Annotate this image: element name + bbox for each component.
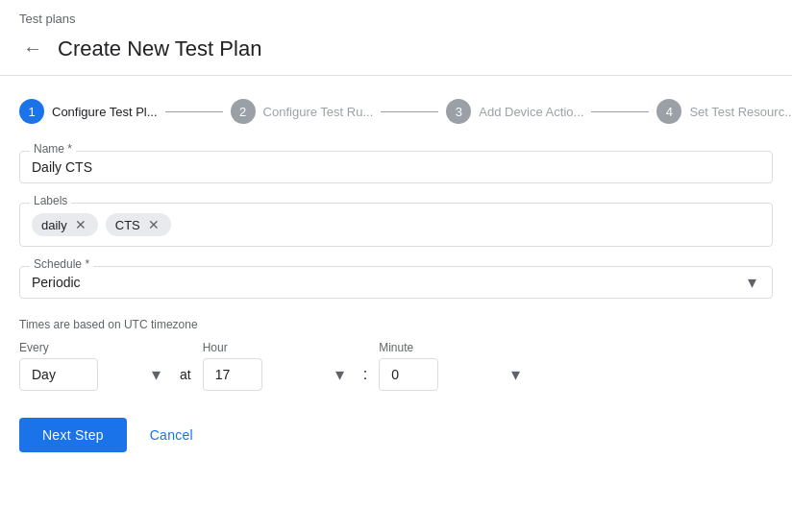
step-2-label: Configure Test Ru... — [263, 105, 374, 119]
name-input[interactable] — [32, 159, 760, 175]
chip-cts-close[interactable]: ✕ — [146, 217, 161, 232]
schedule-select-container: Periodic Once Continuous ▾ — [32, 275, 760, 290]
stepper: 1 Configure Test Pl... 2 Configure Test … — [19, 99, 773, 124]
step-3-label: Add Device Actio... — [479, 105, 583, 119]
breadcrumb: Test plans — [19, 12, 773, 26]
minute-dropdown-icon: ▾ — [511, 364, 520, 385]
step-3-circle: 3 — [446, 99, 471, 124]
chip-daily: daily ✕ — [32, 213, 98, 236]
timezone-note: Times are based on UTC timezone — [19, 318, 773, 331]
name-field-label: Name — [30, 142, 76, 156]
step-3: 3 Add Device Actio... — [446, 99, 583, 124]
hour-label: Hour — [203, 341, 352, 354]
name-field-group: Name — [19, 151, 773, 183]
chip-daily-text: daily — [41, 218, 67, 232]
every-select-wrap: Day Hour Week ▾ — [19, 358, 168, 391]
step-4-label: Set Test Resourc... — [689, 105, 792, 119]
step-connector-2 — [381, 111, 438, 112]
back-icon: ← — [23, 37, 42, 60]
minute-select[interactable]: 051015 20253035 40455055 — [379, 358, 438, 391]
schedule-field-label: Schedule — [30, 257, 93, 271]
page-title: Create New Test Plan — [58, 36, 261, 61]
hour-select-wrap: 0123 4567 891011 12131415 16171819 20212… — [203, 358, 352, 391]
every-label: Every — [19, 341, 168, 354]
step-connector-1 — [165, 111, 223, 112]
hour-select[interactable]: 0123 4567 891011 12131415 16171819 20212… — [203, 358, 262, 391]
step-4: 4 Set Test Resourc... — [656, 99, 792, 124]
hour-dropdown-icon: ▾ — [335, 364, 344, 385]
labels-field-group: Labels daily ✕ CTS ✕ — [19, 203, 773, 247]
name-field-container: Name — [19, 151, 773, 183]
labels-chips-container: daily ✕ CTS ✕ — [32, 211, 760, 238]
chip-cts-text: CTS — [115, 218, 140, 232]
step-1-circle: 1 — [19, 99, 44, 124]
at-label: at — [180, 367, 191, 382]
minute-label: Minute — [379, 341, 528, 354]
step-connector-3 — [591, 111, 649, 112]
chip-daily-close[interactable]: ✕ — [73, 217, 88, 232]
hour-group: Hour 0123 4567 891011 12131415 16171819 … — [203, 341, 352, 391]
schedule-select[interactable]: Periodic Once Continuous — [32, 275, 760, 290]
labels-field-label: Labels — [30, 194, 71, 207]
step-4-circle: 4 — [656, 99, 681, 124]
labels-field-container: Labels daily ✕ CTS ✕ — [19, 203, 773, 247]
step-2-circle: 2 — [231, 99, 256, 124]
schedule-field-group: Schedule Periodic Once Continuous ▾ — [19, 266, 773, 299]
every-dropdown-icon: ▾ — [152, 364, 161, 385]
back-button[interactable]: ← — [19, 34, 46, 63]
schedule-field-container: Schedule Periodic Once Continuous ▾ — [19, 266, 773, 299]
next-step-button[interactable]: Next Step — [19, 418, 127, 452]
step-1: 1 Configure Test Pl... — [19, 99, 158, 124]
periodic-row: Every Day Hour Week ▾ at Hour 0123 4567 … — [19, 341, 773, 391]
step-2: 2 Configure Test Ru... — [231, 99, 374, 124]
button-row: Next Step Cancel — [19, 418, 773, 452]
minute-select-wrap: 051015 20253035 40455055 ▾ — [379, 358, 528, 391]
cancel-button[interactable]: Cancel — [142, 418, 201, 452]
minute-group: Minute 051015 20253035 40455055 ▾ — [379, 341, 528, 391]
step-1-label: Configure Test Pl... — [52, 105, 158, 119]
chip-cts: CTS ✕ — [106, 213, 171, 236]
every-group: Every Day Hour Week ▾ — [19, 341, 168, 391]
colon-separator: : — [363, 366, 367, 383]
every-select[interactable]: Day Hour Week — [19, 358, 98, 391]
